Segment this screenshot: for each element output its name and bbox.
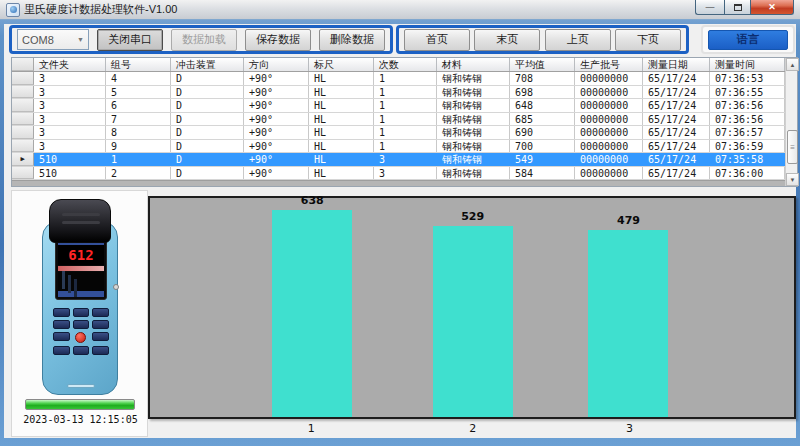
table-row[interactable]: 34D+90°HL1钢和铸钢7080000000065/17/2407:36:5… xyxy=(12,72,785,86)
table-header-row: 文件夹组号冲击装置方向标尺次数材料平均值生产批号测量日期测量时间 xyxy=(12,58,785,72)
table-row[interactable]: 5102D+90°HL3钢和铸钢5840000000065/17/2407:36… xyxy=(12,167,785,181)
table-cell: 07:35:58 xyxy=(710,153,785,166)
row-selector[interactable]: ▶ xyxy=(12,153,34,166)
data-table: 文件夹组号冲击装置方向标尺次数材料平均值生产批号测量日期测量时间34D+90°H… xyxy=(11,57,798,187)
table-cell: 690 xyxy=(510,126,575,139)
table-cell: 07:36:55 xyxy=(710,86,785,99)
client-area: COM8 ▼ 关闭串口 数据加载 保存数据 删除数据 首页 末页 上页 下页 语… xyxy=(4,24,796,438)
table-cell: HL xyxy=(309,126,374,139)
row-selector[interactable] xyxy=(12,113,34,126)
prev-page-button[interactable]: 上页 xyxy=(545,29,611,51)
table-cell: 钢和铸钢 xyxy=(437,99,510,112)
table-cell: 1 xyxy=(106,153,171,166)
device-port xyxy=(113,284,119,290)
scroll-up-icon[interactable]: ▲ xyxy=(786,58,799,71)
save-data-button[interactable]: 保存数据 xyxy=(245,29,311,51)
column-header-8[interactable]: 平均值 xyxy=(510,58,575,71)
table-cell: 510 xyxy=(34,153,106,166)
table-cell: D xyxy=(171,99,244,112)
maximize-button[interactable] xyxy=(724,0,751,15)
table-cell: +90° xyxy=(244,167,309,180)
table-cell: 1 xyxy=(374,140,437,153)
table-bottom-strip xyxy=(12,180,785,186)
table-cell: 钢和铸钢 xyxy=(437,167,510,180)
column-header-10[interactable]: 测量日期 xyxy=(643,58,710,71)
table-cell: 00000000 xyxy=(575,72,643,85)
table-cell: 65/17/24 xyxy=(643,167,710,180)
device-screen-value: 612 xyxy=(58,245,104,265)
column-header-4[interactable]: 方向 xyxy=(244,58,309,71)
table-cell: 钢和铸钢 xyxy=(437,140,510,153)
row-selector[interactable] xyxy=(12,72,34,85)
table-cell: 65/17/24 xyxy=(643,140,710,153)
table-cell: 65/17/24 xyxy=(643,72,710,85)
scrollbar-thumb[interactable]: ≡ xyxy=(787,130,798,164)
row-selector[interactable] xyxy=(12,167,34,180)
table-cell: 钢和铸钢 xyxy=(437,126,510,139)
table-cell: +90° xyxy=(244,99,309,112)
close-serial-button[interactable]: 关闭串口 xyxy=(97,29,163,51)
table-cell: 65/17/24 xyxy=(643,153,710,166)
column-header-3[interactable]: 冲击装置 xyxy=(171,58,244,71)
table-row[interactable]: 37D+90°HL1钢和铸钢6850000000065/17/2407:36:5… xyxy=(12,113,785,127)
table-cell: D xyxy=(171,113,244,126)
table-cell: D xyxy=(171,126,244,139)
table-row[interactable]: 38D+90°HL1钢和铸钢6900000000065/17/2407:36:5… xyxy=(12,126,785,140)
com-port-select[interactable]: COM8 ▼ xyxy=(17,29,89,50)
table-cell: D xyxy=(171,140,244,153)
chart-x-tick: 3 xyxy=(589,422,669,435)
table-cell: HL xyxy=(309,99,374,112)
table-row[interactable]: 39D+90°HL1钢和铸钢7000000000065/17/2407:36:5… xyxy=(12,140,785,154)
column-header-7[interactable]: 材料 xyxy=(437,58,510,71)
chart-bar xyxy=(272,210,352,417)
table-cell: 685 xyxy=(510,113,575,126)
table-cell: 2 xyxy=(106,167,171,180)
language-button[interactable]: 语言 xyxy=(708,30,788,50)
column-header-6[interactable]: 次数 xyxy=(374,58,437,71)
column-header-2[interactable]: 组号 xyxy=(106,58,171,71)
close-button[interactable]: ✕ xyxy=(751,0,794,15)
delete-data-button[interactable]: 删除数据 xyxy=(319,29,385,51)
table-cell: 3 xyxy=(34,140,106,153)
table-row[interactable]: 36D+90°HL1钢和铸钢6480000000065/17/2407:36:5… xyxy=(12,99,785,113)
table-cell: 00000000 xyxy=(575,167,643,180)
table-cell: D xyxy=(171,86,244,99)
last-page-button[interactable]: 末页 xyxy=(474,29,540,51)
row-selector[interactable] xyxy=(12,86,34,99)
paging-button-group: 首页 末页 上页 下页 xyxy=(396,25,689,54)
table-cell: 584 xyxy=(510,167,575,180)
table-cell: 9 xyxy=(106,140,171,153)
row-selector[interactable] xyxy=(12,126,34,139)
table-cell: 钢和铸钢 xyxy=(437,72,510,85)
vertical-scrollbar[interactable]: ▲ ≡ ▼ xyxy=(785,58,797,186)
column-header-11[interactable]: 测量时间 xyxy=(710,58,785,71)
device-screen: 612 xyxy=(55,236,107,300)
table-cell: 3 xyxy=(374,153,437,166)
column-header-1[interactable]: 文件夹 xyxy=(34,58,106,71)
table-cell: 648 xyxy=(510,99,575,112)
table-cell: 钢和铸钢 xyxy=(437,113,510,126)
table-cell: 6 xyxy=(106,99,171,112)
row-selector-corner xyxy=(12,58,34,71)
table-cell: +90° xyxy=(244,72,309,85)
load-data-button[interactable]: 数据加载 xyxy=(171,29,237,51)
row-selector[interactable] xyxy=(12,140,34,153)
title-bar[interactable]: 里氏硬度计数据处理软件-V1.00 xyxy=(0,0,800,20)
scroll-down-icon[interactable]: ▼ xyxy=(786,173,799,186)
row-selector[interactable] xyxy=(12,99,34,112)
chevron-down-icon: ▼ xyxy=(77,36,84,43)
table-cell: 3 xyxy=(374,167,437,180)
table-cell: 00000000 xyxy=(575,86,643,99)
table-cell: 1 xyxy=(374,86,437,99)
column-header-5[interactable]: 标尺 xyxy=(309,58,374,71)
next-page-button[interactable]: 下页 xyxy=(615,29,681,51)
table-row[interactable]: 35D+90°HL1钢和铸钢6980000000065/17/2407:36:5… xyxy=(12,86,785,100)
table-cell: +90° xyxy=(244,113,309,126)
column-header-9[interactable]: 生产批号 xyxy=(575,58,643,71)
table-cell: 510 xyxy=(34,167,106,180)
table-row[interactable]: ▶5101D+90°HL3钢和铸钢5490000000065/17/2407:3… xyxy=(12,153,785,167)
minimize-button[interactable]: — xyxy=(695,0,724,15)
table-cell: +90° xyxy=(244,126,309,139)
device-keypad xyxy=(53,308,109,355)
first-page-button[interactable]: 首页 xyxy=(404,29,470,51)
